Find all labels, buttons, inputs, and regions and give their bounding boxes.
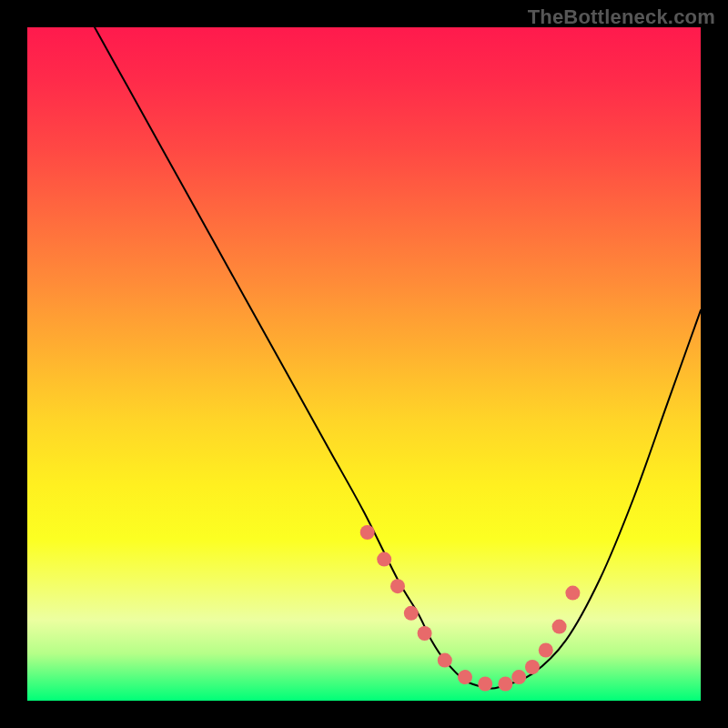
marker-dot	[390, 579, 405, 593]
marker-dot	[552, 620, 567, 634]
marker-dot	[525, 660, 540, 674]
watermark-text: TheBottleneck.com	[528, 5, 715, 29]
marker-dot	[438, 653, 452, 668]
marker-dot	[377, 552, 391, 567]
marker-dot	[360, 525, 375, 540]
chart-svg	[27, 27, 701, 701]
marker-dot	[418, 626, 432, 641]
marker-dot	[458, 670, 472, 684]
plot-area	[27, 27, 701, 701]
marker-dot	[539, 643, 553, 658]
marker-group	[360, 525, 581, 692]
marker-dot	[511, 670, 526, 684]
chart-container: TheBottleneck.com	[0, 0, 728, 728]
marker-dot	[404, 606, 419, 621]
marker-dot	[478, 677, 492, 692]
marker-dot	[565, 586, 580, 601]
marker-dot	[498, 677, 512, 692]
